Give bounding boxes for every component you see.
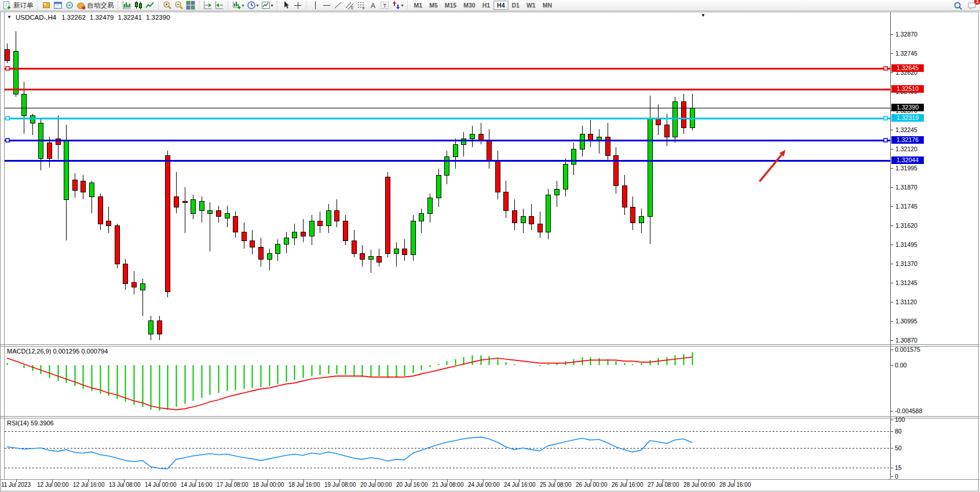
equidistant-channel-button[interactable]: E xyxy=(344,1,356,10)
channel-icon: E xyxy=(345,1,354,10)
vertical-line-button[interactable] xyxy=(309,1,321,10)
timeframe-d1-button[interactable]: D1 xyxy=(509,1,523,10)
chart-plus-icon xyxy=(232,1,242,10)
gold-pot-icon xyxy=(76,1,86,10)
new-chart-button[interactable]: ▾ xyxy=(231,1,246,10)
svg-text:A: A xyxy=(371,2,375,10)
hline-icon xyxy=(322,1,331,10)
text-label-button[interactable]: T xyxy=(379,1,390,10)
price-axis-line xyxy=(890,12,891,479)
symbol-period-label: USDCAD-,H4 xyxy=(16,14,56,21)
time-tick-label: 25 Jul 08:00 xyxy=(540,482,572,488)
timeframe-h1-button[interactable]: H1 xyxy=(479,1,493,10)
profiles-button[interactable]: ▾ xyxy=(246,1,260,10)
time-tick-label: 12 Jul 00:00 xyxy=(37,482,69,488)
price-tick-label: 1.31495 xyxy=(895,241,942,248)
candlestick-chart-button[interactable] xyxy=(133,1,144,10)
time-tick-label: 24 Jul 16:00 xyxy=(504,482,536,488)
gold-cube-icon xyxy=(42,1,51,10)
toolbar-separator xyxy=(306,1,307,9)
chart-marker-icon: ▼ xyxy=(701,13,705,18)
time-tick-label: 18 Jul 00:00 xyxy=(253,482,284,488)
trendline-button[interactable] xyxy=(332,1,344,10)
splitter-main-macd-2[interactable] xyxy=(1,346,979,347)
splitter-macd-rsi[interactable] xyxy=(1,416,979,417)
cursor-icon xyxy=(281,1,291,10)
chart-left-edge xyxy=(4,12,5,479)
zoom-out-button[interactable] xyxy=(173,1,185,10)
svg-text:T: T xyxy=(383,3,386,9)
text-button[interactable]: A xyxy=(367,1,379,10)
price-tick-label: 1.32120 xyxy=(895,145,942,152)
time-tick-label: 17 Jul 08:00 xyxy=(217,482,248,488)
chart-collapse-icon[interactable]: ▼ xyxy=(7,14,12,20)
chart-title: ▼ USDCAD-,H4 1.32262 1.32479 1.32241 1.3… xyxy=(7,13,170,21)
time-tick-label: 26 Jul 00:00 xyxy=(576,482,608,488)
market-watch-button[interactable] xyxy=(41,1,52,10)
price-line-badge: 1.32510 xyxy=(891,85,924,93)
bar-chart-button[interactable] xyxy=(121,1,133,10)
time-tick-label: 14 Jul 00:00 xyxy=(145,482,177,488)
svg-text:E: E xyxy=(351,6,354,10)
crosshair-button[interactable] xyxy=(292,1,303,10)
horizontal-line-button[interactable] xyxy=(321,1,332,10)
timeframe-m30-button[interactable]: M30 xyxy=(460,1,478,10)
tile-windows-button[interactable] xyxy=(185,1,196,10)
price-tick-label: 1.31370 xyxy=(895,260,942,267)
price-tick-label: 1.31870 xyxy=(895,184,942,191)
vline-icon xyxy=(310,1,320,10)
high-value: 1.32479 xyxy=(90,14,114,21)
fibonacci-button[interactable]: F xyxy=(356,1,367,10)
timeframe-m5-button[interactable]: M5 xyxy=(426,1,441,10)
time-tick-label: 12 Jul 16:00 xyxy=(73,482,105,488)
low-value: 1.32241 xyxy=(118,14,142,21)
chartshift-icon xyxy=(215,1,224,10)
time-tick-label: 19 Jul 08:00 xyxy=(324,482,356,488)
toolbar-separator xyxy=(199,1,200,9)
template-button[interactable]: ▾ xyxy=(260,1,275,10)
auto-trading-button[interactable]: 自动交易 xyxy=(75,1,115,10)
time-tick-label: 24 Jul 00:00 xyxy=(468,482,500,488)
chart-shift-button[interactable] xyxy=(214,1,225,10)
autoscroll-icon xyxy=(203,1,213,10)
price-line-badge: 1.32390 xyxy=(891,104,924,111)
toolbar-separator xyxy=(277,1,278,9)
zoom-in-button[interactable] xyxy=(162,1,173,10)
linechart-icon xyxy=(145,1,155,10)
rsi-level-label: 100 xyxy=(895,416,905,423)
price-line-badge: 1.32319 xyxy=(891,114,924,122)
textA-icon: A xyxy=(368,1,378,10)
time-tick-label: 20 Jul 00:00 xyxy=(360,482,392,488)
rsi-label: RSI(14) 59.3906 xyxy=(7,420,54,427)
search-button[interactable] xyxy=(952,1,964,10)
new-order-button[interactable]: 新订单 xyxy=(1,1,35,10)
price-tick-label: 1.30870 xyxy=(895,337,942,344)
macd-label: MACD(12,26,9) 0.001295 0.000794 xyxy=(7,348,108,355)
rsi-level-label: 15 xyxy=(895,464,902,471)
price-tick-label: 1.31120 xyxy=(895,298,942,305)
line-chart-button[interactable] xyxy=(144,1,156,10)
auto-scroll-button[interactable] xyxy=(202,1,214,10)
timeframe-m15-button[interactable]: M15 xyxy=(441,1,460,10)
main-toolbar: 新订单自动交易▾▾▾EFAT▾M1M5M15M30H1H4D1W1MN1 xyxy=(0,0,980,11)
time-tick-label: 21 Jul 08:00 xyxy=(432,482,464,488)
price-line-badge: 1.32645 xyxy=(891,64,924,72)
signals-button[interactable] xyxy=(64,1,75,10)
macd-scale-label: 0.00 xyxy=(895,362,906,369)
notifications-button[interactable]: 1 xyxy=(966,1,978,10)
time-tick-label: 28 Jul 16:00 xyxy=(719,482,751,488)
toolbar-separator xyxy=(228,1,229,9)
cursor-button[interactable] xyxy=(280,1,292,10)
arrows-button[interactable]: ▾ xyxy=(390,1,405,10)
timeframe-mn-button[interactable]: MN xyxy=(539,1,555,10)
splitter-macd-rsi-2[interactable] xyxy=(1,418,979,418)
svg-text:F: F xyxy=(363,6,365,10)
timeframe-h4-button[interactable]: H4 xyxy=(493,1,508,10)
timeframe-m1-button[interactable]: M1 xyxy=(411,1,426,10)
arrows-icon xyxy=(392,1,401,10)
data-window-button[interactable] xyxy=(52,1,64,10)
time-tick-label: 11 Jul 2023 xyxy=(1,482,31,488)
timeframe-w1-button[interactable]: W1 xyxy=(523,1,539,10)
splitter-main-macd[interactable] xyxy=(1,344,979,345)
zoom-in-icon xyxy=(163,1,172,10)
